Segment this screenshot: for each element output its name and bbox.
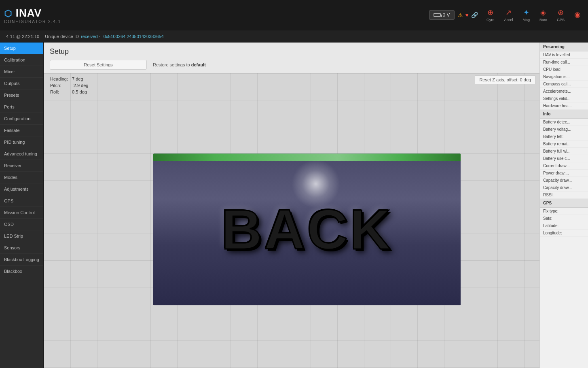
reset-z-button[interactable]: Reset Z axis, offset: 0 deg [475, 75, 535, 84]
voltage-value: 0 V [443, 12, 450, 18]
gyro-icon: ⊕ [487, 8, 493, 17]
sidebar-item-mission-control[interactable]: Mission Control [0, 207, 43, 219]
pitch-value: -2.9 deg [70, 83, 90, 88]
sidebar-item-osd[interactable]: OSD [0, 219, 43, 230]
restore-label: Restore settings to [153, 62, 190, 67]
setup-controls: Reset Settings Restore settings to defau… [50, 60, 533, 70]
pitch-label: Pitch: [49, 83, 70, 88]
sidebar-item-gps[interactable]: GPS [0, 195, 43, 207]
roll-row: Roll: 0.5 deg [49, 89, 90, 95]
setup-header: Setup Reset Settings Restore settings to… [44, 43, 539, 73]
gps-fix-type: Fix type: [540, 208, 588, 215]
status-timestamp: 4-11 @ 22:21:10 [6, 34, 39, 39]
gps-latitude: Latitude: [540, 222, 588, 230]
pre-arming-title: Pre-arming [540, 43, 588, 51]
sidebar-item-presets[interactable]: Presets [0, 89, 43, 101]
gps-longitude: Longitude: [540, 230, 588, 237]
warning-icon: ⚠ [458, 12, 463, 18]
pre-arming-runtime-cali: Run-time cali... [540, 59, 588, 66]
baro-nav-btn[interactable]: ◈ Baro [536, 6, 550, 23]
topbar: ⬡ INAV CONFIGURATOR 2.4.1 0 V ⚠ ♥ 🔗 ⊕ Gy… [0, 0, 588, 30]
voltage-display: 0 V [429, 10, 455, 20]
status-received: received [81, 34, 98, 39]
restore-text: Restore settings to default [153, 62, 206, 67]
sidebar-item-pid-tuning[interactable]: PID tuning [0, 136, 43, 148]
baro-label: Baro [539, 18, 547, 22]
info-battery-full: Battery full wi... [540, 148, 588, 155]
orientation-table: Heading: 7 deg Pitch: -2.9 deg Roll: 0.5… [48, 75, 91, 96]
info-battery-remaining: Battery remai... [540, 140, 588, 148]
sidebar-item-failsafe[interactable]: Failsafe [0, 125, 43, 136]
sidebar-item-blackbox-logging[interactable]: Blackbox Logging [0, 254, 43, 266]
roll-value: 0.5 deg [70, 89, 90, 95]
gps-nav-btn[interactable]: ⊛ GPS [554, 6, 568, 23]
info-capacity-draw1: Capacity draw... [540, 177, 588, 184]
orientation-info: Heading: 7 deg Pitch: -2.9 deg Roll: 0.5… [48, 75, 91, 96]
info-title: Info [540, 110, 588, 119]
info-rssi: RSSI: [540, 191, 588, 199]
app-subtitle: CONFIGURATOR 2.4.1 [4, 19, 61, 24]
pre-arming-accelerometer: Acceleromete... [540, 88, 588, 95]
reset-settings-button[interactable]: Reset Settings [50, 60, 147, 70]
gps-icon: ⊛ [558, 8, 564, 17]
info-capacity-draw2: Capacity draw... [540, 184, 588, 191]
info-current-draw: Current draw... [540, 162, 588, 170]
pre-arming-hardware: Hardware hea... [540, 102, 588, 110]
mag-label: Mag [522, 18, 530, 22]
info-battery-detected: Battery detec... [540, 119, 588, 126]
model-background: BACK [153, 153, 461, 305]
info-power-draw: Power draw:... [540, 170, 588, 177]
info-battery-voltage: Battery voltag... [540, 126, 588, 133]
gyro-nav-btn[interactable]: ⊕ Gyro [483, 6, 498, 23]
page-title: Setup [50, 47, 533, 56]
baro-icon: ◈ [540, 8, 546, 17]
status-prefix: Unique device ID [45, 34, 79, 39]
sidebar-item-modes[interactable]: Modes [0, 172, 43, 183]
pitch-row: Pitch: -2.9 deg [49, 83, 90, 88]
restore-default-label: default [191, 62, 206, 67]
status-hex-id: 0x5100264 24d501420383654 [104, 34, 164, 39]
accel-nav-btn[interactable]: ↗ Accel [501, 6, 516, 23]
other-icon: ◉ [574, 10, 581, 19]
sidebar-item-mixer[interactable]: Mixer [0, 66, 43, 78]
warning-icons: ⚠ ♥ 🔗 [458, 12, 478, 18]
statusbar: 4-11 @ 22:21:10 – Unique device ID recei… [0, 30, 588, 43]
main-layout: Setup Calibration Mixer Outputs Presets … [0, 43, 588, 368]
battery-icon [434, 13, 441, 17]
roll-label: Roll: [49, 89, 70, 95]
accel-icon: ↗ [506, 8, 512, 17]
content-area: Setup Reset Settings Restore settings to… [44, 43, 539, 368]
info-battery-use: Battery use c... [540, 155, 588, 162]
sidebar-item-adjustments[interactable]: Adjustments [0, 183, 43, 195]
gyro-label: Gyro [486, 18, 495, 22]
app-logo: ⬡ INAV [4, 6, 61, 19]
gps-sats: Sats: [540, 215, 588, 222]
heading-row: Heading: 7 deg [49, 76, 90, 82]
alert-icon: ♥ [465, 12, 469, 18]
heading-label: Heading: [49, 76, 70, 82]
sidebar-item-ports[interactable]: Ports [0, 101, 43, 113]
sidebar-item-setup[interactable]: Setup [0, 43, 43, 54]
sidebar-item-calibration[interactable]: Calibration [0, 54, 43, 66]
sidebar-item-outputs[interactable]: Outputs [0, 78, 43, 89]
other-nav-btn[interactable]: ◉ [571, 9, 584, 21]
pre-arming-cpu-load: CPU load [540, 66, 588, 73]
pre-arming-settings-valid: Settings valid... [540, 95, 588, 102]
sidebar-item-sensors[interactable]: Sensors [0, 242, 43, 254]
green-strip [153, 153, 461, 161]
pre-arming-navigation: Navigation is... [540, 73, 588, 81]
sidebar-item-led-strip[interactable]: LED Strip [0, 230, 43, 242]
sidebar-item-advanced-tuning[interactable]: Advanced tuning [0, 148, 43, 160]
pre-arming-compass: Compass cali... [540, 81, 588, 88]
heading-value: 7 deg [70, 76, 90, 82]
sidebar: Setup Calibration Mixer Outputs Presets … [0, 43, 44, 368]
sidebar-item-blackbox[interactable]: Blackbox [0, 266, 43, 277]
gps-label: GPS [557, 18, 565, 22]
info-battery-left: Battery left: [540, 133, 588, 140]
sidebar-item-configuration[interactable]: Configuration [0, 113, 43, 125]
gps-title: GPS [540, 199, 588, 208]
sidebar-item-receiver[interactable]: Receiver [0, 160, 43, 172]
right-panel: Pre-arming UAV is levelled Run-time cali… [539, 43, 588, 368]
back-text-label: BACK [221, 197, 393, 262]
mag-nav-btn[interactable]: ✦ Mag [519, 6, 533, 23]
